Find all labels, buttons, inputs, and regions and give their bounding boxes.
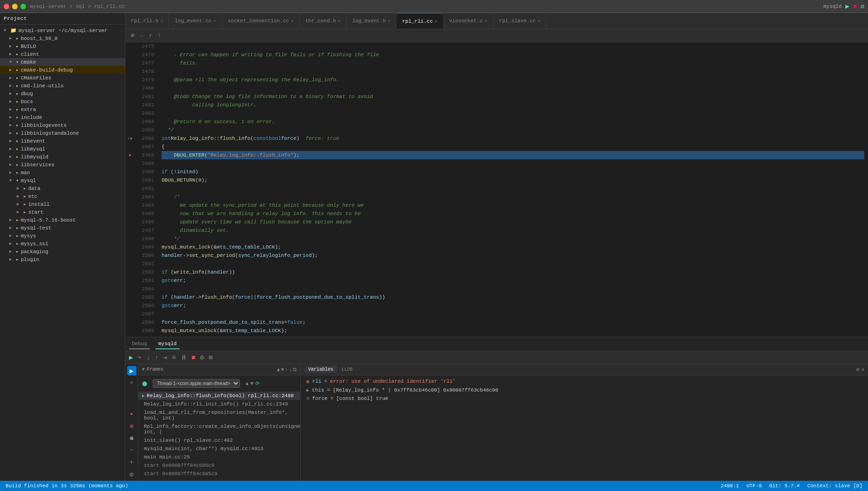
frame-up-button[interactable]: ▲ (277, 367, 280, 373)
frame-item-2[interactable]: load_mi_and_rli_from_repositories(Master… (138, 408, 300, 422)
frame-item-3[interactable]: Rpl_info_factory::create_slave_info_obje… (138, 422, 300, 436)
bookmark-icon[interactable]: ☆ (138, 31, 145, 40)
sort-icon[interactable]: ↕ (156, 32, 163, 40)
run-cursor-button[interactable]: ⇥ (162, 353, 169, 362)
sidebar-item-libbinlog[interactable]: ▶▸ libbinlogevents (0, 121, 125, 129)
code-container[interactable]: ⚡● ● 2475 2476 2477 2478 2479 2480 2481 … (125, 42, 868, 337)
sidebar-item-install[interactable]: ▶▸ install (0, 200, 125, 208)
pause-button[interactable]: ⏸ (179, 353, 189, 362)
session-tab[interactable]: mysqld (155, 339, 180, 349)
sidebar-item-extra[interactable]: ▶▸ extra (0, 105, 125, 113)
step-over-button[interactable]: ↷ (136, 353, 143, 362)
sidebar-item-libmysql[interactable]: ▶▸ libmysql (0, 145, 125, 153)
code-editor[interactable]: - Error can happen if writing to file fa… (158, 42, 868, 337)
var-settings-icon[interactable]: ⚙ (856, 367, 860, 373)
frame-item-1[interactable]: Relay_log_info::rli_init_info() rpl_rli.… (138, 400, 300, 408)
tab-rpl-slave[interactable]: rpl_slave.cc✕ (493, 13, 546, 29)
layout-icon[interactable]: ⊞ (207, 353, 214, 362)
frame-item-0[interactable]: ▶ Relay_log_info::flush_info(bool) rpl_r… (138, 392, 300, 400)
thread-reload-button[interactable]: ⟳ (255, 380, 259, 386)
step-out-button[interactable]: ↑ (153, 353, 160, 362)
sidebar-item-cmdline[interactable]: ▶▸ cmd-line-utils (0, 82, 125, 90)
sidebar-item-man[interactable]: ▶▸ man (0, 169, 125, 177)
tab-close-rpl-rli-h[interactable]: ✕ (160, 18, 163, 24)
step-into-button[interactable]: ↓ (144, 353, 152, 362)
error1-icon[interactable]: ⊗ (127, 421, 136, 431)
tabs-bar[interactable]: rpl_rli.h✕ log_event.cc✕ socket_connecti… (125, 13, 868, 29)
structure-icon[interactable]: ⊞ (129, 31, 136, 40)
minimize-button[interactable] (12, 4, 18, 9)
frame-copy-button[interactable]: ⧉ (293, 367, 297, 373)
expand-this-icon[interactable]: ▶ (306, 387, 309, 393)
warning-icon[interactable]: ⊗ (127, 433, 136, 443)
sidebar-item-etc[interactable]: ▶▸ etc (0, 192, 125, 200)
var-close-icon[interactable]: ✕ (861, 367, 864, 373)
frame-nav2-button[interactable]: ↓ (289, 367, 292, 373)
var-this[interactable]: ▶ this = [Relay_log_info * | 0x7ff63cb46… (301, 386, 868, 394)
frame-item-7[interactable]: start 0x00007ff84c685c9 (138, 461, 300, 470)
minus-icon[interactable]: − (127, 445, 136, 455)
frame-item-4[interactable]: init_slave() rpl_slave.cc:402 (138, 436, 300, 445)
eval-button[interactable]: ≡ (170, 353, 177, 362)
sidebar-root[interactable]: ▼ 📁 mysql-server ~/c/mysql-server (0, 26, 125, 34)
sidebar-item-libservices[interactable]: ▶▸ libservices (0, 161, 125, 169)
frame-item-5[interactable]: mysqld_main(int, char**) mysqld.cc:4913 (138, 445, 300, 453)
stop-button[interactable]: ■ (853, 3, 857, 10)
sidebar-tree[interactable]: ▼ 📁 mysql-server ~/c/mysql-server ▶▸ boo… (0, 25, 125, 481)
sidebar-item-cmake[interactable]: ▼▾ cmake (0, 58, 125, 66)
thread-down-button[interactable]: ▼ (251, 381, 254, 386)
window-controls[interactable] (4, 4, 26, 9)
frames-content[interactable]: ▶ Relay_log_info::flush_info(bool) rpl_r… (138, 392, 300, 481)
tab-thr-cond[interactable]: thr_cond.h✕ (300, 13, 347, 29)
sidebar-item-libevent[interactable]: ▶▸ libevent (0, 137, 125, 145)
sidebar-item-data[interactable]: ▶▸ data (0, 184, 125, 192)
sidebar-item-client[interactable]: ▶▸ client (0, 50, 125, 58)
frame-item-6[interactable]: main main.cc:25 (138, 453, 300, 461)
sidebar-item-cmakefiles[interactable]: ▶▸ CMakeFiles (0, 74, 125, 82)
diff-icon[interactable]: ⚡ (147, 31, 154, 40)
close-button[interactable] (4, 4, 9, 9)
gear2-icon[interactable]: ⚙ (127, 470, 136, 479)
settings-icon[interactable]: ⚙ (861, 3, 864, 10)
sidebar-item-libbinlogsa[interactable]: ▶▸ libbinlogstandalone (0, 129, 125, 137)
sidebar-item-mysql[interactable]: ▼▾ mysql (0, 177, 125, 184)
tab-close-rpl-rli-cc[interactable]: ✕ (434, 19, 437, 24)
sidebar-item-include[interactable]: ▶▸ include (0, 113, 125, 121)
play-debug-icon[interactable]: ▶ (127, 366, 136, 375)
sidebar-item-packaging[interactable]: ▶▸ packaging (0, 248, 125, 255)
sidebar-item-mysqltest[interactable]: ▶▸ mysql-test (0, 224, 125, 232)
sidebar-item-mysysssl[interactable]: ▶▸ mysys_ssl (0, 240, 125, 248)
sidebar-item-docs[interactable]: ▶▸ Docs (0, 98, 125, 105)
sidebar-item-libmysqld[interactable]: ▶▸ libmysqld (0, 153, 125, 161)
frame-item-8[interactable]: start 0x00007fff84c685c9 (138, 470, 300, 478)
sidebar-item-mysys[interactable]: ▶▸ mysys (0, 232, 125, 240)
continue-button[interactable]: ▶ (127, 353, 135, 362)
tab-close-log-event-cc[interactable]: ✕ (214, 18, 216, 24)
frame-down-button[interactable]: ▼ (281, 367, 284, 373)
variables-tab[interactable]: Variables (304, 366, 337, 373)
panel-tabs[interactable]: Variables LLDB (304, 366, 356, 373)
add-breakpoint-icon[interactable]: + (127, 458, 136, 467)
tab-rpl-rli-h[interactable]: rpl_rli.h✕ (125, 13, 169, 29)
sidebar-item-boost[interactable]: ▶▸ boost_1_59_0 (0, 34, 125, 42)
sidebar-item-cmake-build[interactable]: ▶▸ cmake-build-debug (0, 66, 125, 74)
stack-icon[interactable]: ≡ (127, 378, 136, 387)
stop-debug-button[interactable]: ■ (190, 353, 197, 362)
thread-selector[interactable]: Thread-1-<com.apple.main-thread> (153, 379, 240, 388)
run-button[interactable]: ▶ (845, 2, 849, 10)
sidebar-item-start[interactable]: ▶▸ start (0, 208, 125, 216)
tab-rpl-rli-cc[interactable]: rpl_rli.cc✕ (396, 13, 443, 29)
breakpoints-icon[interactable]: ● (127, 409, 136, 419)
sidebar-item-plugin[interactable]: ▶▸ plugin (0, 255, 125, 263)
settings-debug-icon[interactable]: ⚙ (198, 353, 206, 362)
maximize-button[interactable] (20, 4, 26, 9)
frame-nav1-button[interactable]: ↑ (285, 367, 288, 373)
tab-socket-connection[interactable]: socket_connection.cc✕ (222, 13, 300, 29)
thread-up-button[interactable]: ▲ (246, 381, 249, 386)
tab-viosocket[interactable]: viosocket.c✕ (444, 13, 494, 29)
sidebar-item-build[interactable]: ▶▸ BUILD (0, 42, 125, 50)
tab-log-event-h[interactable]: log_event.h✕ (347, 13, 397, 29)
sidebar-item-dbug[interactable]: ▶▸ dbug (0, 90, 125, 98)
sidebar-item-mysql5716[interactable]: ▶▸ mysql-5.7.16-boost (0, 216, 125, 224)
tab-log-event-cc[interactable]: log_event.cc✕ (169, 13, 222, 29)
